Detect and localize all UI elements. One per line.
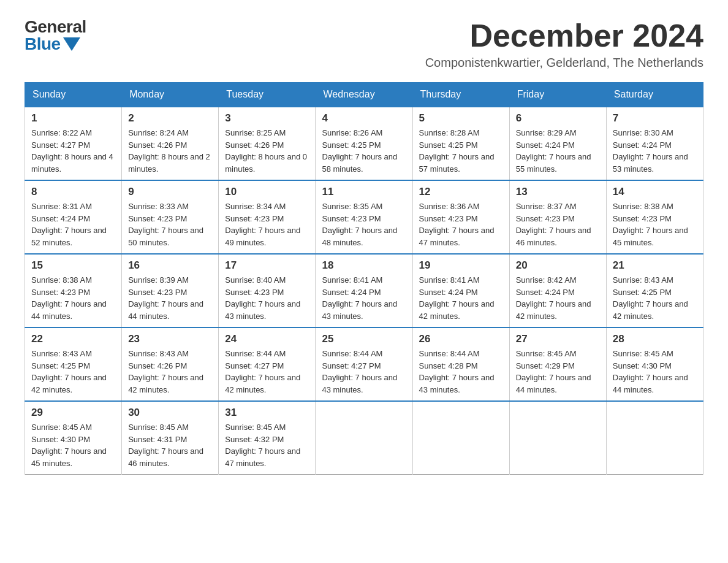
cell-info: Sunrise: 8:43 AMSunset: 4:25 PMDaylight:… <box>613 274 697 322</box>
day-number: 13 <box>516 186 600 198</box>
day-number: 28 <box>613 333 697 345</box>
calendar-cell: 12 Sunrise: 8:36 AMSunset: 4:23 PMDaylig… <box>412 180 509 254</box>
calendar-cell: 30 Sunrise: 8:45 AMSunset: 4:31 PMDaylig… <box>122 401 219 475</box>
cell-info: Sunrise: 8:40 AMSunset: 4:23 PMDaylight:… <box>225 274 309 322</box>
calendar-cell: 3 Sunrise: 8:25 AMSunset: 4:26 PMDayligh… <box>219 107 316 180</box>
calendar-cell: 1 Sunrise: 8:22 AMSunset: 4:27 PMDayligh… <box>25 107 122 180</box>
day-number: 30 <box>128 407 212 419</box>
calendar-cell: 18 Sunrise: 8:41 AMSunset: 4:24 PMDaylig… <box>316 254 412 327</box>
location-subtitle: Componistenkwartier, Gelderland, The Net… <box>425 56 703 70</box>
calendar-cell: 28 Sunrise: 8:45 AMSunset: 4:30 PMDaylig… <box>606 327 703 401</box>
cell-info: Sunrise: 8:38 AMSunset: 4:23 PMDaylight:… <box>31 274 115 322</box>
day-number: 26 <box>419 333 503 345</box>
cell-info: Sunrise: 8:34 AMSunset: 4:23 PMDaylight:… <box>225 201 309 248</box>
weekday-header-wednesday: Wednesday <box>316 83 412 107</box>
calendar-cell <box>509 401 606 475</box>
weekday-header-row: SundayMondayTuesdayWednesdayThursdayFrid… <box>25 83 703 107</box>
day-number: 16 <box>128 259 212 272</box>
calendar-cell: 19 Sunrise: 8:41 AMSunset: 4:24 PMDaylig… <box>412 254 509 327</box>
day-number: 8 <box>31 186 115 198</box>
day-number: 10 <box>225 186 309 198</box>
weekday-header-friday: Friday <box>509 83 606 107</box>
day-number: 18 <box>322 259 406 272</box>
cell-info: Sunrise: 8:29 AMSunset: 4:24 PMDaylight:… <box>516 127 600 175</box>
calendar-week-row: 29 Sunrise: 8:45 AMSunset: 4:30 PMDaylig… <box>25 401 703 475</box>
day-number: 19 <box>419 259 503 272</box>
calendar-cell <box>412 401 509 475</box>
calendar-cell: 8 Sunrise: 8:31 AMSunset: 4:24 PMDayligh… <box>25 180 122 254</box>
calendar-week-row: 15 Sunrise: 8:38 AMSunset: 4:23 PMDaylig… <box>25 254 703 327</box>
calendar-cell <box>606 401 703 475</box>
cell-info: Sunrise: 8:24 AMSunset: 4:26 PMDaylight:… <box>128 127 212 175</box>
cell-info: Sunrise: 8:35 AMSunset: 4:23 PMDaylight:… <box>322 201 406 248</box>
day-number: 2 <box>128 112 212 124</box>
logo: General Blue <box>25 18 86 53</box>
calendar-cell: 24 Sunrise: 8:44 AMSunset: 4:27 PMDaylig… <box>219 327 316 401</box>
calendar-cell: 15 Sunrise: 8:38 AMSunset: 4:23 PMDaylig… <box>25 254 122 327</box>
calendar-week-row: 22 Sunrise: 8:43 AMSunset: 4:25 PMDaylig… <box>25 327 703 401</box>
day-number: 3 <box>225 112 309 124</box>
day-number: 15 <box>31 259 115 272</box>
calendar-cell: 14 Sunrise: 8:38 AMSunset: 4:23 PMDaylig… <box>606 180 703 254</box>
day-number: 9 <box>128 186 212 198</box>
calendar-week-row: 1 Sunrise: 8:22 AMSunset: 4:27 PMDayligh… <box>25 107 703 180</box>
calendar-cell: 9 Sunrise: 8:33 AMSunset: 4:23 PMDayligh… <box>122 180 219 254</box>
cell-info: Sunrise: 8:45 AMSunset: 4:30 PMDaylight:… <box>31 421 115 469</box>
day-number: 20 <box>516 259 600 272</box>
cell-info: Sunrise: 8:30 AMSunset: 4:24 PMDaylight:… <box>613 127 697 175</box>
day-number: 7 <box>613 112 697 124</box>
cell-info: Sunrise: 8:41 AMSunset: 4:24 PMDaylight:… <box>322 274 406 322</box>
calendar-cell: 29 Sunrise: 8:45 AMSunset: 4:30 PMDaylig… <box>25 401 122 475</box>
cell-info: Sunrise: 8:45 AMSunset: 4:30 PMDaylight:… <box>613 348 697 396</box>
calendar-cell: 4 Sunrise: 8:26 AMSunset: 4:25 PMDayligh… <box>316 107 412 180</box>
day-number: 12 <box>419 186 503 198</box>
cell-info: Sunrise: 8:37 AMSunset: 4:23 PMDaylight:… <box>516 201 600 248</box>
calendar-cell: 20 Sunrise: 8:42 AMSunset: 4:24 PMDaylig… <box>509 254 606 327</box>
cell-info: Sunrise: 8:31 AMSunset: 4:24 PMDaylight:… <box>31 201 115 248</box>
cell-info: Sunrise: 8:26 AMSunset: 4:25 PMDaylight:… <box>322 127 406 175</box>
cell-info: Sunrise: 8:38 AMSunset: 4:23 PMDaylight:… <box>613 201 697 248</box>
month-title: December 2024 <box>425 18 703 53</box>
calendar-cell: 25 Sunrise: 8:44 AMSunset: 4:27 PMDaylig… <box>316 327 412 401</box>
cell-info: Sunrise: 8:43 AMSunset: 4:26 PMDaylight:… <box>128 348 212 396</box>
day-number: 23 <box>128 333 212 345</box>
cell-info: Sunrise: 8:28 AMSunset: 4:25 PMDaylight:… <box>419 127 503 175</box>
calendar-cell: 21 Sunrise: 8:43 AMSunset: 4:25 PMDaylig… <box>606 254 703 327</box>
weekday-header-thursday: Thursday <box>412 83 509 107</box>
calendar-cell <box>316 401 412 475</box>
calendar-cell: 17 Sunrise: 8:40 AMSunset: 4:23 PMDaylig… <box>219 254 316 327</box>
title-section: December 2024 Componistenkwartier, Gelde… <box>425 18 703 70</box>
weekday-header-tuesday: Tuesday <box>219 83 316 107</box>
calendar-cell: 7 Sunrise: 8:30 AMSunset: 4:24 PMDayligh… <box>606 107 703 180</box>
calendar-cell: 10 Sunrise: 8:34 AMSunset: 4:23 PMDaylig… <box>219 180 316 254</box>
cell-info: Sunrise: 8:43 AMSunset: 4:25 PMDaylight:… <box>31 348 115 396</box>
day-number: 27 <box>516 333 600 345</box>
logo-triangle-icon <box>63 37 80 51</box>
day-number: 25 <box>322 333 406 345</box>
day-number: 11 <box>322 186 406 198</box>
weekday-header-monday: Monday <box>122 83 219 107</box>
calendar-cell: 11 Sunrise: 8:35 AMSunset: 4:23 PMDaylig… <box>316 180 412 254</box>
day-number: 6 <box>516 112 600 124</box>
weekday-header-saturday: Saturday <box>606 83 703 107</box>
cell-info: Sunrise: 8:44 AMSunset: 4:28 PMDaylight:… <box>419 348 503 396</box>
calendar-cell: 23 Sunrise: 8:43 AMSunset: 4:26 PMDaylig… <box>122 327 219 401</box>
cell-info: Sunrise: 8:44 AMSunset: 4:27 PMDaylight:… <box>322 348 406 396</box>
day-number: 31 <box>225 407 309 419</box>
calendar-cell: 2 Sunrise: 8:24 AMSunset: 4:26 PMDayligh… <box>122 107 219 180</box>
calendar-cell: 26 Sunrise: 8:44 AMSunset: 4:28 PMDaylig… <box>412 327 509 401</box>
cell-info: Sunrise: 8:33 AMSunset: 4:23 PMDaylight:… <box>128 201 212 248</box>
cell-info: Sunrise: 8:44 AMSunset: 4:27 PMDaylight:… <box>225 348 309 396</box>
day-number: 24 <box>225 333 309 345</box>
calendar-cell: 31 Sunrise: 8:45 AMSunset: 4:32 PMDaylig… <box>219 401 316 475</box>
calendar-week-row: 8 Sunrise: 8:31 AMSunset: 4:24 PMDayligh… <box>25 180 703 254</box>
day-number: 1 <box>31 112 115 124</box>
calendar-cell: 13 Sunrise: 8:37 AMSunset: 4:23 PMDaylig… <box>509 180 606 254</box>
calendar-cell: 22 Sunrise: 8:43 AMSunset: 4:25 PMDaylig… <box>25 327 122 401</box>
calendar-table: SundayMondayTuesdayWednesdayThursdayFrid… <box>25 82 703 475</box>
day-number: 29 <box>31 407 115 419</box>
calendar-cell: 5 Sunrise: 8:28 AMSunset: 4:25 PMDayligh… <box>412 107 509 180</box>
calendar-cell: 27 Sunrise: 8:45 AMSunset: 4:29 PMDaylig… <box>509 327 606 401</box>
cell-info: Sunrise: 8:45 AMSunset: 4:32 PMDaylight:… <box>225 421 309 469</box>
cell-info: Sunrise: 8:41 AMSunset: 4:24 PMDaylight:… <box>419 274 503 322</box>
